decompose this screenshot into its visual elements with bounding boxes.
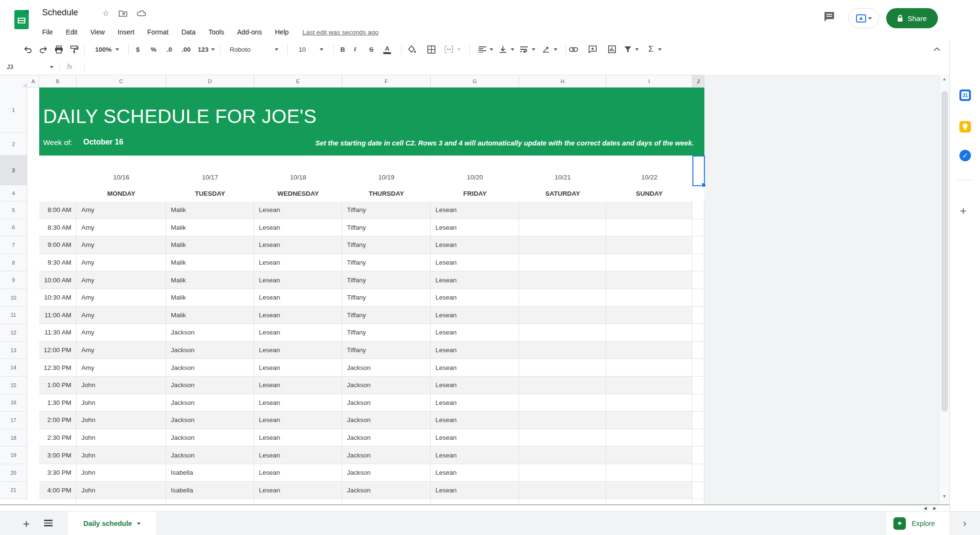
schedule-cell[interactable]: Jackson: [342, 464, 431, 482]
schedule-cell[interactable]: Lesean: [431, 307, 519, 324]
document-title[interactable]: Schedule: [42, 8, 78, 18]
insert-chart-icon[interactable]: [606, 39, 618, 59]
time-cell[interactable]: 4:00 PM: [39, 482, 77, 500]
text-color-button[interactable]: A: [381, 39, 393, 59]
selected-cell-j3[interactable]: [692, 156, 705, 186]
schedule-cell[interactable]: John: [77, 464, 166, 482]
schedule-cell[interactable]: Lesean: [254, 219, 342, 237]
column-header-D[interactable]: D: [166, 75, 254, 88]
decrease-decimal-button[interactable]: .0: [163, 39, 176, 59]
schedule-cell[interactable]: Amy: [77, 236, 166, 254]
star-icon[interactable]: ☆: [102, 9, 109, 18]
day-cell[interactable]: THURSDAY: [342, 185, 431, 201]
time-cell[interactable]: 2:00 PM: [39, 412, 77, 429]
functions-button[interactable]: Σ: [645, 39, 657, 59]
schedule-cell[interactable]: [606, 359, 692, 377]
schedule-cell[interactable]: Lesean: [254, 429, 342, 447]
schedule-cell[interactable]: Tiffany: [342, 201, 431, 219]
schedule-cell[interactable]: Jackson: [342, 359, 431, 377]
row-header-9[interactable]: 9: [0, 271, 27, 289]
day-cell[interactable]: MONDAY: [77, 185, 166, 201]
time-cell[interactable]: 12:30 PM: [39, 359, 77, 377]
undo-icon[interactable]: [22, 39, 34, 59]
time-cell[interactable]: 2:30 PM: [39, 429, 77, 447]
fill-color-icon[interactable]: [406, 39, 418, 59]
schedule-cell[interactable]: John: [77, 412, 166, 429]
schedule-cell[interactable]: Malik: [166, 254, 254, 272]
schedule-cell[interactable]: [692, 446, 704, 464]
schedule-cell[interactable]: Jackson: [342, 429, 431, 447]
schedule-cell[interactable]: Lesean: [431, 324, 519, 342]
filter-icon[interactable]: [622, 39, 634, 59]
schedule-cell[interactable]: Lesean: [431, 271, 519, 289]
schedule-cell[interactable]: [692, 359, 704, 377]
show-side-panel-icon[interactable]: ›: [949, 512, 980, 535]
schedule-cell[interactable]: Lesean: [254, 412, 342, 429]
schedule-cell[interactable]: [606, 324, 692, 342]
schedule-cell[interactable]: [606, 342, 692, 359]
row-header-21[interactable]: 21: [0, 482, 27, 500]
schedule-cell[interactable]: Lesean: [254, 342, 342, 359]
schedule-cell[interactable]: Lesean: [431, 412, 519, 429]
schedule-cell[interactable]: Lesean: [431, 254, 519, 272]
text-rotation-caret[interactable]: [552, 39, 559, 59]
menu-tools[interactable]: Tools: [209, 28, 224, 36]
schedule-cell[interactable]: John: [77, 482, 166, 500]
column-header-C[interactable]: C: [77, 75, 166, 88]
schedule-cell[interactable]: [606, 377, 692, 394]
schedule-cell[interactable]: Lesean: [431, 377, 519, 394]
borders-icon[interactable]: [425, 39, 437, 59]
print-icon[interactable]: [53, 39, 65, 59]
scroll-up-icon[interactable]: ▲: [942, 77, 947, 81]
schedule-cell[interactable]: Jackson: [166, 324, 254, 342]
row-header-12[interactable]: 12: [0, 324, 27, 342]
horizontal-align-caret[interactable]: [488, 39, 495, 59]
vertical-scrollbar-thumb[interactable]: [941, 91, 948, 412]
schedule-cell[interactable]: Lesean: [254, 271, 342, 289]
schedule-cell[interactable]: [519, 482, 606, 500]
row-header-5[interactable]: 5: [0, 201, 27, 219]
time-cell[interactable]: 9:00 AM: [39, 236, 77, 254]
schedule-cell[interactable]: [606, 236, 692, 254]
schedule-cell[interactable]: Malik: [166, 271, 254, 289]
schedule-cell[interactable]: Jackson: [166, 377, 254, 394]
row-header-19[interactable]: 19: [0, 446, 27, 464]
schedule-cell[interactable]: Lesean: [431, 289, 519, 307]
schedule-cell[interactable]: [606, 394, 692, 412]
schedule-cell[interactable]: Lesean: [254, 307, 342, 324]
schedule-cell[interactable]: [692, 377, 704, 394]
schedule-cell[interactable]: John: [77, 429, 166, 447]
schedule-cell[interactable]: Amy: [77, 307, 166, 324]
formula-input[interactable]: [91, 59, 904, 75]
schedule-cell[interactable]: [519, 377, 606, 394]
week-start-date[interactable]: October 16: [83, 138, 123, 146]
row-header-3[interactable]: 3: [0, 156, 27, 185]
schedule-cell[interactable]: [519, 254, 606, 272]
day-cell-empty[interactable]: [39, 185, 77, 201]
present-button[interactable]: [848, 8, 879, 28]
schedule-cell[interactable]: Amy: [77, 219, 166, 237]
schedule-cell[interactable]: Amy: [77, 359, 166, 377]
schedule-cell[interactable]: Lesean: [254, 446, 342, 464]
schedule-cell[interactable]: Malik: [166, 219, 254, 237]
schedule-cell[interactable]: [692, 289, 704, 307]
schedule-cell[interactable]: Jackson: [166, 394, 254, 412]
schedule-cell[interactable]: [519, 342, 606, 359]
schedule-cell[interactable]: [519, 201, 606, 219]
schedule-cell[interactable]: [692, 464, 704, 482]
schedule-cell[interactable]: [606, 464, 692, 482]
vertical-scrollbar[interactable]: ▲ ▼: [939, 75, 950, 505]
schedule-cell[interactable]: [606, 289, 692, 307]
schedule-cell[interactable]: Jackson: [166, 429, 254, 447]
bold-button[interactable]: B: [337, 39, 348, 59]
tab-menu-caret[interactable]: [137, 523, 141, 525]
schedule-cell[interactable]: [606, 219, 692, 237]
time-cell[interactable]: 1:00 PM: [39, 377, 77, 394]
schedule-cell[interactable]: [606, 201, 692, 219]
column-header-A[interactable]: A: [28, 75, 39, 88]
text-rotation-icon[interactable]: [540, 39, 552, 59]
schedule-cell[interactable]: [692, 236, 704, 254]
schedule-cell[interactable]: Lesean: [254, 289, 342, 307]
schedule-cell[interactable]: Tiffany: [342, 271, 431, 289]
row-header-8[interactable]: 8: [0, 254, 27, 272]
